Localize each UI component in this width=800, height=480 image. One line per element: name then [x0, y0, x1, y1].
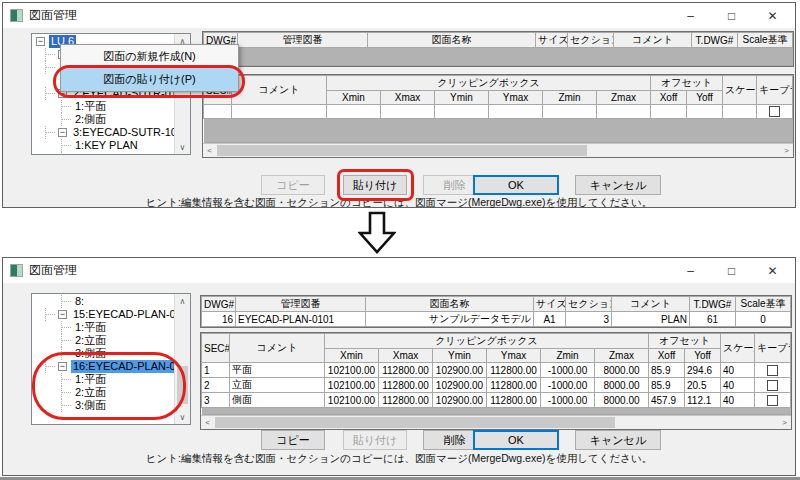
collapse-icon[interactable]: − [58, 362, 67, 371]
tree-item-1-heimen[interactable]: 1:平面 [73, 373, 108, 386]
cell-sec-no[interactable]: 1 [202, 363, 230, 378]
cell-section[interactable]: 3 [566, 312, 612, 327]
paste-button[interactable]: 貼り付け [343, 430, 407, 450]
tree-item-15-eyecad-plan-0101[interactable]: 15:EYECAD-PLAN-0101 [71, 308, 191, 321]
cell-scale[interactable]: 40 [721, 393, 755, 408]
col-keyplan: キープラン [757, 76, 793, 105]
cell-ymin[interactable]: 102900.00 [433, 393, 487, 408]
tree-item-2-ritsumen[interactable]: 2:立面 [73, 334, 108, 347]
cancel-button[interactable]: キャンセル [575, 175, 661, 195]
cell-xoff[interactable]: 85.9 [649, 363, 685, 378]
cell-ymax[interactable]: 112800.00 [487, 393, 541, 408]
cell-scale-kijun[interactable]: 0 [736, 312, 791, 327]
keyplan-checkbox[interactable] [769, 106, 780, 117]
tree-item-8[interactable]: 8: [73, 295, 86, 308]
tree-item-1-key-plan[interactable]: 1:KEY PLAN [73, 139, 140, 152]
tree-item-3-sokumen[interactable]: 3:側面 [73, 399, 108, 412]
copy-button[interactable]: コピー [261, 175, 325, 195]
sec-empty-row[interactable] [204, 105, 793, 119]
cell-xmin[interactable]: 102100.00 [325, 393, 379, 408]
scrollbar-thumb[interactable] [217, 145, 587, 156]
sec-horizontal-scrollbar[interactable]: < > [203, 143, 793, 157]
dwg-data-row[interactable]: 16 EYECAD-PLAN-0101 サンプルデータモデル A1 3 PLAN… [202, 312, 791, 327]
cell-zmin[interactable]: -1000.00 [541, 363, 595, 378]
minimize-button[interactable]: – [670, 3, 711, 28]
col-xmax: Xmax [381, 91, 435, 105]
scroll-right-icon[interactable]: > [778, 416, 791, 429]
ok-button[interactable]: OK [473, 175, 559, 195]
copy-button[interactable]: コピー [261, 430, 325, 450]
cell-xmax[interactable]: 112800.00 [379, 378, 433, 393]
scroll-right-icon[interactable]: > [780, 144, 793, 157]
cell-comment[interactable]: 側面 [230, 393, 325, 408]
scroll-down-icon[interactable]: ∨ [175, 410, 190, 424]
cell-yoff[interactable]: 294.6 [685, 363, 721, 378]
cell-xoff[interactable]: 85.9 [649, 378, 685, 393]
ok-button[interactable]: OK [473, 430, 559, 450]
cell-ymax[interactable]: 112800.00 [487, 378, 541, 393]
paste-button[interactable]: 貼り付け [343, 175, 407, 195]
cell-zumen-meisho[interactable]: サンプルデータモデル [366, 312, 534, 327]
tree-item-2-sokumen[interactable]: 2:側面 [73, 113, 108, 126]
cell-sec-no[interactable]: 2 [202, 378, 230, 393]
cell-scale[interactable]: 40 [721, 378, 755, 393]
tree-item-2-ritsumen[interactable]: 2:立面 [73, 386, 108, 399]
cell-xmin[interactable]: 102100.00 [325, 378, 379, 393]
cell-zmax[interactable]: 8000.00 [595, 393, 649, 408]
menu-item-new-drawing[interactable]: 図面の新規作成(N) [61, 45, 238, 68]
tree-vertical-scrollbar[interactable]: ∧ ∨ [174, 294, 190, 424]
collapse-icon[interactable]: − [36, 37, 45, 46]
tree-item-2-plan-gl[interactable]: 2:PLAN GL=1FL+0 [73, 152, 171, 155]
scroll-up-icon[interactable]: ∧ [175, 294, 190, 308]
cell-xmax[interactable]: 112800.00 [379, 363, 433, 378]
sec-data-row-1[interactable]: 1 平面 102100.00 112800.00 102900.00 11280… [202, 363, 791, 378]
cancel-button[interactable]: キャンセル [575, 430, 661, 450]
cell-dwg-no[interactable]: 16 [202, 312, 236, 327]
maximize-button[interactable]: □ [711, 258, 752, 283]
tree-item-3-sokumen[interactable]: 3:側面 [73, 347, 108, 360]
cell-ymax[interactable]: 112800.00 [487, 363, 541, 378]
scroll-left-icon[interactable]: < [201, 416, 214, 429]
cell-comment[interactable]: 立面 [230, 378, 325, 393]
cell-tdwg-no[interactable]: 61 [690, 312, 736, 327]
keyplan-checkbox[interactable] [767, 380, 778, 391]
cell-ymin[interactable]: 102900.00 [433, 378, 487, 393]
tree-item-1-heimen[interactable]: 1:平面 [73, 321, 108, 334]
cell-xmax[interactable]: 112800.00 [379, 393, 433, 408]
scrollbar-thumb[interactable] [215, 417, 615, 428]
cell-comment[interactable]: 平面 [230, 363, 325, 378]
cell-zmax[interactable]: 8000.00 [595, 363, 649, 378]
cell-yoff[interactable]: 20.5 [685, 378, 721, 393]
scrollbar-thumb[interactable] [177, 366, 188, 404]
minimize-button[interactable]: – [670, 258, 711, 283]
tree-item-16-eyecad-plan-0101[interactable]: 16:EYECAD-PLAN-0101 [71, 360, 191, 373]
collapse-icon[interactable]: − [58, 310, 67, 319]
scroll-down-icon[interactable]: ∨ [175, 140, 190, 154]
sec-horizontal-scrollbar[interactable]: < > [201, 415, 791, 429]
menu-item-paste-drawing[interactable]: 図面の貼り付け(P) [61, 68, 238, 91]
cell-comment[interactable]: PLAN [612, 312, 690, 327]
close-button[interactable]: ✕ [752, 3, 793, 28]
cell-zmin[interactable]: -1000.00 [541, 378, 595, 393]
sec-data-row-2[interactable]: 2 立面 102100.00 112800.00 102900.00 11280… [202, 378, 791, 393]
cell-size[interactable]: A1 [534, 312, 566, 327]
tree-item-1-heimen[interactable]: 1:平面 [73, 100, 108, 113]
cell-yoff[interactable]: 112.1 [685, 393, 721, 408]
cell-xmin[interactable]: 102100.00 [325, 363, 379, 378]
keyplan-checkbox[interactable] [767, 395, 778, 406]
cell-kanri-zuban[interactable]: EYECAD-PLAN-0101 [236, 312, 366, 327]
cell-scale[interactable]: 40 [721, 363, 755, 378]
scroll-left-icon[interactable]: < [203, 144, 216, 157]
cell-zmin[interactable]: -1000.00 [541, 393, 595, 408]
close-button[interactable]: ✕ [752, 258, 793, 283]
cell-sec-no[interactable]: 3 [202, 393, 230, 408]
dwg-empty-row[interactable] [204, 48, 793, 66]
keyplan-checkbox[interactable] [767, 365, 778, 376]
tree-item-3-eyecad-sutr-1001[interactable]: 3:EYECAD-SUTR-1001 [71, 126, 191, 139]
collapse-icon[interactable]: − [58, 128, 67, 137]
sec-data-row-3[interactable]: 3 側面 102100.00 112800.00 102900.00 11280… [202, 393, 791, 408]
cell-xoff[interactable]: 457.9 [649, 393, 685, 408]
cell-zmax[interactable]: 8000.00 [595, 378, 649, 393]
cell-ymin[interactable]: 102900.00 [433, 363, 487, 378]
maximize-button[interactable]: □ [711, 3, 752, 28]
